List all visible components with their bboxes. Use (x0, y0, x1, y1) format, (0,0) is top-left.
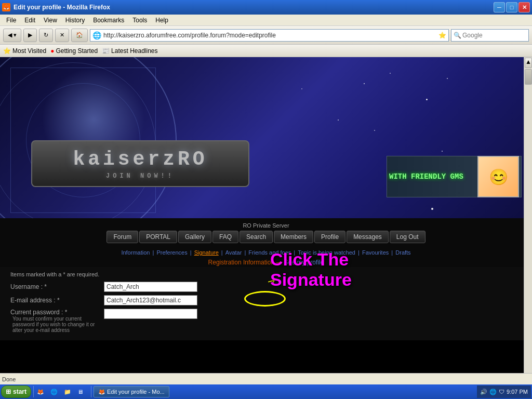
taskbar-divider (33, 386, 34, 397)
minimize-button[interactable]: ─ (494, 2, 505, 12)
forward-button[interactable]: ▶ (23, 29, 37, 42)
firefox-taskbar-icon: 🦊 (98, 389, 105, 395)
tab-information[interactable]: Information (121, 249, 150, 256)
search-input[interactable] (462, 32, 526, 39)
nav-gallery[interactable]: Gallery (178, 231, 211, 243)
forum-logo: kaiserzRO JOIN NOW!! (31, 140, 249, 187)
browser-window: 🦊 Edit your profile - Mozilla Firefox ─ … (0, 0, 532, 399)
menu-history[interactable]: History (61, 16, 89, 25)
tab-preferences[interactable]: Preferences (156, 249, 187, 256)
address-text: http://kaiserzro.aforumfree.com/profile.… (103, 32, 436, 39)
menu-file[interactable]: File (2, 16, 20, 25)
toolbar: ◀ ▾ ▶ ↻ ✕ 🏠 🌐 http://kaiserzro.aforumfre… (0, 26, 532, 45)
stop-button[interactable]: ✕ (55, 29, 69, 42)
nav-faq[interactable]: FAQ (212, 231, 238, 243)
scroll-thumb[interactable] (525, 69, 532, 85)
menu-view[interactable]: View (39, 16, 61, 25)
tab-watched[interactable]: Topic is being watched (298, 249, 355, 256)
nav-logout[interactable]: Log Out (390, 231, 425, 243)
forum-banner: kaiserzRO JOIN NOW!! WITH FRIENDLY GMS 😊 (0, 57, 532, 218)
bookmarks-bar: ⭐ Most Visited ● Getting Started 📰 Lates… (0, 45, 532, 57)
status-text: Done (2, 376, 16, 382)
tray-icon1: 🔊 (480, 389, 487, 395)
nav-portal[interactable]: PORTAL (139, 231, 177, 243)
reg-info-separator: — (276, 259, 284, 266)
nav-messages[interactable]: Messages (347, 231, 389, 243)
menu-edit[interactable]: Edit (20, 16, 39, 25)
tab-signature[interactable]: Signature (194, 249, 219, 256)
star-icon: ⭐ (3, 47, 11, 55)
dot-icon: ● (50, 47, 54, 55)
taskbar-firefox-window[interactable]: 🦊 Edit your profile - Mo... (94, 386, 169, 397)
tab-drafts[interactable]: Drafts (395, 249, 410, 256)
taskbar-divider2 (91, 386, 91, 397)
tray-icon3: 🛡 (499, 389, 504, 395)
profile-tabs: Information | Preferences | Signature | … (0, 247, 532, 258)
start-button[interactable]: ⊞ start (1, 385, 31, 398)
menu-tools[interactable]: Tools (128, 16, 151, 25)
scrollbar[interactable]: ▲ (524, 57, 532, 379)
browser-icon: 🦊 (2, 3, 10, 11)
menubar: File Edit View History Bookmarks Tools H… (0, 15, 532, 26)
titlebar: 🦊 Edit your profile - Mozilla Firefox ─ … (0, 0, 532, 15)
banner-right-text: WITH FRIENDLY GMS (389, 172, 477, 181)
clock: 9:07 PM (507, 389, 528, 395)
quicklaunch-desktop[interactable]: 🖥 (76, 386, 89, 397)
close-button[interactable]: ✕ (518, 2, 530, 12)
menu-help[interactable]: Help (151, 16, 172, 25)
forum-title: RO Private Server (0, 222, 532, 229)
maximize-button[interactable]: □ (506, 2, 517, 12)
form-area: Items marked with a * are required. User… (0, 267, 532, 340)
bookmark-getting-started[interactable]: ● Getting Started (50, 47, 98, 55)
username-row: Username : * (10, 282, 522, 292)
password-label: Current password : * (10, 309, 104, 316)
banner-character: 😊 (477, 156, 519, 197)
nav-profile[interactable]: Profile (314, 231, 345, 243)
tab-favourites[interactable]: Favourites (362, 249, 389, 256)
search-bar: 🔍 (451, 29, 529, 42)
reg-info-text: Registration Information (208, 259, 274, 266)
window-controls: ─ □ ✕ (494, 2, 530, 12)
banner-right-panel: WITH FRIENDLY GMS 😊 (387, 156, 522, 197)
username-input[interactable] (104, 282, 197, 292)
windows-icon: ⊞ (6, 388, 11, 395)
logo-subtext: JOIN NOW!! (106, 172, 175, 180)
required-note: Items marked with a * are required. (10, 271, 522, 277)
taskbar: ⊞ start 🦊 🌐 📁 🖥 🦊 Edit your profile - Mo… (0, 384, 532, 399)
logo-text: kaiserzRO (73, 148, 207, 170)
quicklaunch-folder[interactable]: 📁 (63, 386, 75, 397)
bookmark-headlines[interactable]: 📰 Latest Headlines (102, 47, 157, 55)
menu-bookmarks[interactable]: Bookmarks (89, 16, 128, 25)
email-input[interactable] (104, 295, 197, 305)
feed-icon: 📰 (102, 47, 110, 55)
see-profile-link[interactable]: See my profile (284, 259, 324, 266)
address-bar[interactable]: 🌐 http://kaiserzro.aforumfree.com/profil… (90, 29, 449, 42)
tab-friends[interactable]: Friends and foes (248, 249, 291, 256)
home-button[interactable]: 🏠 (71, 29, 88, 42)
password-input[interactable] (104, 309, 197, 319)
password-row: Current password : * You must confirm yo… (10, 309, 522, 333)
username-label: Username : * (10, 283, 104, 290)
nav-menu: Forum PORTAL Gallery FAQ Search Members … (0, 231, 532, 243)
back-button[interactable]: ◀ ▾ (3, 29, 21, 42)
reload-button[interactable]: ↻ (39, 29, 53, 42)
email-row: E-mail address : * (10, 295, 522, 305)
email-label: E-mail address : * (10, 297, 104, 304)
password-desc: You must confirm your current password i… (12, 316, 104, 333)
quicklaunch-ie[interactable]: 🌐 (49, 386, 62, 397)
nav-search[interactable]: Search (240, 231, 273, 243)
bookmark-most-visited[interactable]: ⭐ Most Visited (3, 47, 46, 55)
reg-info-row: Registration Information — See my profil… (0, 258, 532, 267)
statusbar: Done (0, 373, 532, 384)
scroll-up-button[interactable]: ▲ (525, 58, 532, 68)
nav-members[interactable]: Members (274, 231, 313, 243)
taskbar-system-tray: 🔊 🌐 🛡 9:07 PM (477, 385, 531, 398)
quicklaunch-firefox[interactable]: 🦊 (36, 386, 48, 397)
window-title: Edit your profile - Mozilla Firefox (14, 4, 494, 11)
forum-nav: RO Private Server Forum PORTAL Gallery F… (0, 218, 532, 247)
browser-content: kaiserzRO JOIN NOW!! WITH FRIENDLY GMS 😊… (0, 57, 532, 379)
nav-forum[interactable]: Forum (107, 231, 138, 243)
tray-icon2: 🌐 (489, 389, 497, 395)
tab-avatar[interactable]: Avatar (225, 249, 242, 256)
